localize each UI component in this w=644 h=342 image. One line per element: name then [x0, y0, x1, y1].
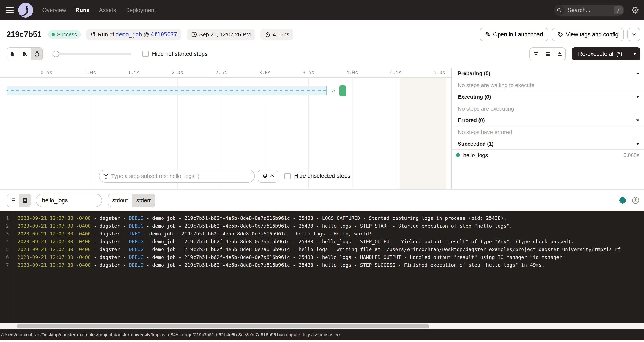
header-more-actions-button[interactable] [627, 28, 640, 41]
step-bar-hello-logs[interactable] [339, 86, 346, 96]
axis-tick: 2.5s [215, 70, 227, 75]
scrollbar-thumb[interactable] [17, 324, 429, 328]
layers-icon [262, 173, 268, 179]
log-line: 32023-09-21 12:07:30 -0400 - dagster - I… [0, 230, 644, 238]
axis-tick: 1.5s [128, 70, 140, 75]
nav-item-assets[interactable]: Assets [99, 7, 116, 14]
gantt-chart: 0.5s1.0s1.5s2.0s2.5s3.0s3.5s4.0s4.5s5.0s [0, 68, 452, 188]
nav-item-overview[interactable]: Overview [42, 7, 66, 14]
capture-status-dot-icon [620, 197, 626, 204]
log-stream-tabs: stdout stderr [108, 194, 156, 207]
axis-tick: 4.0s [346, 70, 358, 75]
gantt-time-axis: 0.5s1.0s1.5s2.0s2.5s3.0s3.5s4.0s4.5s5.0s [0, 68, 452, 78]
hide-not-started-label: Hide not started steps [152, 51, 208, 57]
search-icon [554, 5, 565, 16]
gantt-body: Hide unselected steps [0, 78, 452, 188]
step-subset-input[interactable] [111, 173, 252, 180]
view-tags-config-button[interactable]: View tags and config [552, 28, 624, 41]
step-waiting-marker-icon [332, 88, 335, 92]
log-view-mode-group [6, 194, 31, 207]
pencil-icon: ✎ [485, 31, 490, 38]
step-duration: 0.065s [624, 152, 639, 158]
split-even-icon[interactable] [542, 48, 554, 60]
gantt-view-mode-group [6, 47, 43, 60]
gantt-footer: Hide unselected steps [0, 170, 452, 183]
status-badge: Success [48, 30, 80, 39]
hide-not-started-checkbox[interactable] [142, 51, 149, 57]
gantt-toolbar: Hide not started steps Re-execute all (*… [0, 47, 644, 60]
commit-link[interactable]: 4f105077 [151, 31, 177, 38]
view-mode-waterfall-icon[interactable] [19, 48, 31, 60]
panel-section-succeeded[interactable]: Succeeded (1) [452, 138, 644, 150]
view-mode-flat-icon[interactable] [7, 48, 19, 60]
step-row-band [6, 86, 327, 95]
graph-query-toggle-button[interactable] [258, 170, 278, 183]
re-execute-all-button[interactable]: Re-execute all (*) [572, 47, 640, 60]
job-name-link[interactable]: demo_job [116, 31, 142, 38]
hide-unselected-label: Hide unselected steps [294, 173, 350, 179]
axis-tick: 3.5s [302, 70, 314, 75]
panel-empty-executing: No steps are executing [452, 103, 644, 115]
raw-log-output[interactable]: 12023-09-21 12:07:30 -0400 - dagster - D… [0, 211, 644, 323]
step-subset-input-wrap [99, 170, 255, 183]
view-mode-timed-icon[interactable] [31, 48, 42, 60]
log-line: 22023-09-21 12:07:30 -0400 - dagster - D… [0, 222, 644, 230]
search-placeholder: Search... [568, 7, 614, 14]
log-line: 52023-09-21 12:07:30 -0400 - dagster - D… [0, 246, 644, 254]
clock-icon [191, 32, 197, 38]
caret-down-icon [636, 120, 639, 122]
collapse-up-icon[interactable] [554, 48, 565, 60]
axis-tick: 5.0s [434, 70, 445, 75]
top-nav: Overview Runs Assets Deployment Search..… [0, 0, 644, 20]
nav-item-deployment[interactable]: Deployment [125, 7, 156, 14]
chevron-up-icon [270, 175, 274, 177]
log-horizontal-scrollbar[interactable] [0, 323, 644, 329]
log-line: 12023-09-21 12:07:30 -0400 - dagster - D… [0, 214, 644, 222]
timestamp-pill: Sep 21, 12:07:26 PM [187, 29, 255, 40]
op-selector-icon [103, 173, 109, 179]
settings-gear-icon[interactable]: ⚙ [631, 6, 639, 15]
slider-knob[interactable] [53, 51, 59, 57]
panel-section-preparing[interactable]: Preparing (0) [452, 68, 644, 79]
download-log-icon[interactable] [632, 196, 639, 204]
log-filter-input[interactable]: hello_logs [36, 194, 102, 207]
structured-log-icon[interactable] [7, 194, 19, 206]
axis-tick: 1.0s [84, 70, 96, 75]
tab-stdout[interactable]: stdout [108, 194, 132, 206]
axis-tick: 0.5s [40, 70, 52, 75]
duration-pill: 4.567s [260, 29, 294, 40]
raw-log-icon[interactable] [19, 194, 31, 206]
re-execute-dropdown-caret[interactable] [628, 47, 640, 60]
open-in-launchpad-button[interactable]: ✎ Open in Launchpad [480, 28, 548, 41]
hamburger-menu-icon[interactable] [1, 0, 18, 20]
log-line: 62023-09-21 12:07:30 -0400 - dagster - D… [0, 254, 644, 261]
log-line: 72023-09-21 12:07:30 -0400 - dagster - D… [0, 261, 644, 269]
run-of-pill: ↺ Run of demo_job @ 4f105077 [86, 29, 182, 40]
axis-tick: 4.5s [390, 70, 402, 75]
log-line: 42023-09-21 12:07:30 -0400 - dagster - D… [0, 238, 644, 246]
hide-unselected-checkbox[interactable] [284, 173, 291, 179]
tab-stderr[interactable]: stderr [132, 194, 155, 206]
panel-empty-errored: No steps have errored [452, 126, 644, 138]
nav-item-runs[interactable]: Runs [76, 7, 90, 14]
collapse-down-icon[interactable] [530, 48, 542, 60]
history-icon: ↺ [90, 31, 96, 38]
axis-tick: 3.0s [259, 70, 270, 75]
gantt-zoom-slider[interactable] [53, 51, 131, 57]
panel-empty-preparing: No steps are waiting to execute [452, 79, 644, 91]
run-header: 219c7b51 Success ↺ Run of demo_job @ 4f1… [0, 20, 644, 41]
dagster-logo-icon[interactable] [18, 3, 33, 18]
panel-section-errored[interactable]: Errored (0) [452, 115, 644, 126]
panel-section-executing[interactable]: Executing (0) [452, 91, 644, 103]
caret-down-icon [636, 143, 639, 145]
search-input[interactable]: Search... / [554, 5, 624, 16]
search-shortcut-key: / [614, 6, 623, 14]
caret-down-icon [636, 72, 639, 74]
step-success-dot-icon [456, 153, 460, 157]
status-dot-icon [52, 33, 55, 36]
panel-split-group [530, 47, 566, 60]
panel-step-row-hello-logs[interactable]: hello_logs 0.065s [452, 150, 644, 161]
primary-nav: Overview Runs Assets Deployment [42, 7, 156, 14]
log-toolbar: hello_logs stdout stderr [0, 190, 644, 211]
caret-down-icon [636, 96, 639, 98]
